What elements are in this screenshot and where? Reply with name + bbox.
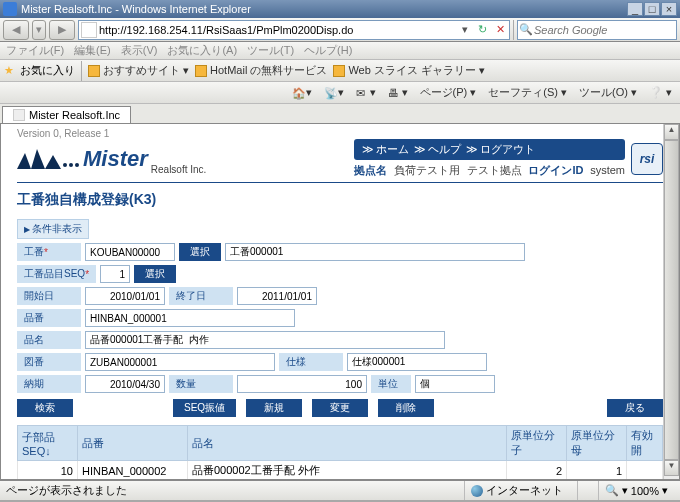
- refresh-button[interactable]: ↻: [473, 23, 491, 36]
- search-box[interactable]: 🔍: [517, 20, 677, 40]
- maximize-button[interactable]: □: [644, 2, 660, 16]
- url-dropdown[interactable]: ▾: [457, 23, 473, 36]
- feed-icon: 📡: [324, 87, 336, 99]
- cmd-safety[interactable]: セーフティ(S) ▾: [484, 83, 571, 102]
- col-bunshi[interactable]: 原単位分子: [507, 426, 567, 461]
- col-hinban[interactable]: 品番: [78, 426, 188, 461]
- page-icon: [195, 65, 207, 77]
- version-label: Version 0, Release 1: [17, 128, 663, 139]
- menu-tools[interactable]: ツール(T): [247, 43, 294, 58]
- forward-button[interactable]: ▶: [49, 20, 75, 40]
- sub-header: 拠点名 負荷テスト用 テスト拠点 ログインID system: [354, 163, 625, 178]
- btn-search[interactable]: 検索: [17, 399, 73, 417]
- back-history[interactable]: ▾: [32, 20, 46, 40]
- lbl-end: 終了日: [169, 287, 233, 305]
- menu-favorites[interactable]: お気に入り(A): [167, 43, 237, 58]
- scroll-up-button[interactable]: ▲: [664, 124, 679, 140]
- fld-zuban[interactable]: [85, 353, 275, 371]
- ie-icon: [3, 2, 17, 16]
- search-form: 工番 選択 工番品目SEQ 選択 開始日 終了日 品番 品名: [17, 243, 663, 393]
- cell-seq: 10: [18, 461, 78, 481]
- nav-bar: ◀ ▾ ▶ ▾ ↻ ✕ 🔍: [0, 18, 680, 42]
- fld-end[interactable]: [237, 287, 317, 305]
- fld-nouki[interactable]: [85, 375, 165, 393]
- fav-hotmail[interactable]: HotMail の無料サービス: [195, 63, 327, 78]
- page-header: Mister Realsoft Inc. ≫ホーム ≫ヘルプ ≫ログアウト 拠点…: [17, 139, 663, 178]
- favorites-bar: ★ お気に入り おすすめサイト ▾ HotMail の無料サービス Web スラ…: [0, 60, 680, 82]
- toggle-conditions[interactable]: 条件非表示: [17, 219, 89, 239]
- fld-siyou[interactable]: [347, 353, 487, 371]
- home-icon: 🏠: [292, 87, 304, 99]
- nav-help[interactable]: ヘルプ: [428, 142, 461, 157]
- btn-select-kouban[interactable]: 選択: [179, 243, 221, 261]
- col-hinmei[interactable]: 品名: [188, 426, 507, 461]
- fld-seq[interactable]: [100, 265, 130, 283]
- stop-button[interactable]: ✕: [491, 23, 509, 36]
- cmd-help[interactable]: ❔ ▾: [645, 84, 676, 101]
- svg-point-1: [69, 163, 73, 167]
- cmd-page[interactable]: ページ(P) ▾: [416, 83, 481, 102]
- col-bunbo[interactable]: 原単位分母: [567, 426, 627, 461]
- fav-slice[interactable]: Web スライス ギャラリー ▾: [333, 63, 485, 78]
- table-row[interactable]: 10HINBAN_000002品番000002工番手配 外作21: [18, 461, 663, 481]
- scroll-down-button[interactable]: ▼: [664, 460, 679, 476]
- menu-file[interactable]: ファイル(F): [6, 43, 64, 58]
- menu-edit[interactable]: 編集(E): [74, 43, 111, 58]
- fld-hinmei[interactable]: [85, 331, 445, 349]
- star-icon[interactable]: ★: [4, 64, 14, 77]
- menu-bar: ファイル(F) 編集(E) 表示(V) お気に入り(A) ツール(T) ヘルプ(…: [0, 42, 680, 60]
- cell-hinban: HINBAN_000002: [78, 461, 188, 481]
- favorites-label[interactable]: お気に入り: [20, 63, 75, 78]
- nav-logout[interactable]: ログアウト: [480, 142, 535, 157]
- fld-start[interactable]: [85, 287, 165, 305]
- fld-kouban-code[interactable]: [85, 243, 175, 261]
- vertical-scrollbar[interactable]: ▲ ▼: [663, 124, 679, 479]
- cmd-print[interactable]: 🖶▾: [384, 84, 412, 101]
- cmd-home[interactable]: 🏠▾: [288, 84, 316, 101]
- svg-point-2: [75, 163, 79, 167]
- protected-mode: [577, 481, 590, 500]
- url-input[interactable]: [99, 24, 457, 36]
- fld-suryo[interactable]: [237, 375, 367, 393]
- fav-suggest[interactable]: おすすめサイト ▾: [88, 63, 189, 78]
- lbl-tani: 単位: [371, 375, 411, 393]
- search-input[interactable]: [534, 24, 676, 36]
- menu-help[interactable]: ヘルプ(H): [304, 43, 352, 58]
- menu-view[interactable]: 表示(V): [121, 43, 158, 58]
- top-nav: ≫ホーム ≫ヘルプ ≫ログアウト: [354, 139, 625, 160]
- cmd-feed[interactable]: 📡▾: [320, 84, 348, 101]
- tab-icon: [13, 109, 25, 121]
- btn-update[interactable]: 変更: [312, 399, 368, 417]
- lbl-kouban: 工番: [17, 243, 81, 261]
- cell-hinmei: 品番000002工番手配 外作: [188, 461, 507, 481]
- lbl-siyou: 仕様: [279, 353, 343, 371]
- folder-icon: [88, 65, 100, 77]
- button-row: 検索 SEQ振値 新規 変更 削除 戻る: [17, 399, 663, 417]
- mail-icon: ✉: [356, 87, 368, 99]
- btn-select-seq[interactable]: 選択: [134, 265, 176, 283]
- btn-new[interactable]: 新規: [246, 399, 302, 417]
- zoom-control[interactable]: 🔍▾ 100% ▾: [598, 481, 674, 500]
- btn-seqfuri[interactable]: SEQ振値: [173, 399, 236, 417]
- col-yuko[interactable]: 有効開: [627, 426, 663, 461]
- address-bar[interactable]: ▾ ↻ ✕: [78, 20, 510, 40]
- btn-back[interactable]: 戻る: [607, 399, 663, 417]
- close-button[interactable]: ×: [661, 2, 677, 16]
- cmd-mail[interactable]: ✉▾: [352, 84, 380, 101]
- cell-yuko: [627, 461, 663, 481]
- back-button[interactable]: ◀: [3, 20, 29, 40]
- tab-active[interactable]: Mister Realsoft.Inc: [2, 106, 131, 123]
- page-icon: [333, 65, 345, 77]
- fld-kouban-name[interactable]: [225, 243, 525, 261]
- fld-hinban[interactable]: [85, 309, 295, 327]
- btn-delete[interactable]: 削除: [378, 399, 434, 417]
- nav-home[interactable]: ホーム: [376, 142, 409, 157]
- lbl-zuban: 図番: [17, 353, 81, 371]
- result-grid: 子部品SEQ↓ 品番 品名 原単位分子 原単位分母 有効開 10HINBAN_0…: [17, 425, 663, 480]
- fld-tani[interactable]: [415, 375, 495, 393]
- logo-icon: [17, 147, 79, 171]
- minimize-button[interactable]: _: [627, 2, 643, 16]
- col-seq[interactable]: 子部品SEQ↓: [18, 426, 78, 461]
- scroll-thumb[interactable]: [664, 140, 679, 460]
- cmd-tools[interactable]: ツール(O) ▾: [575, 83, 641, 102]
